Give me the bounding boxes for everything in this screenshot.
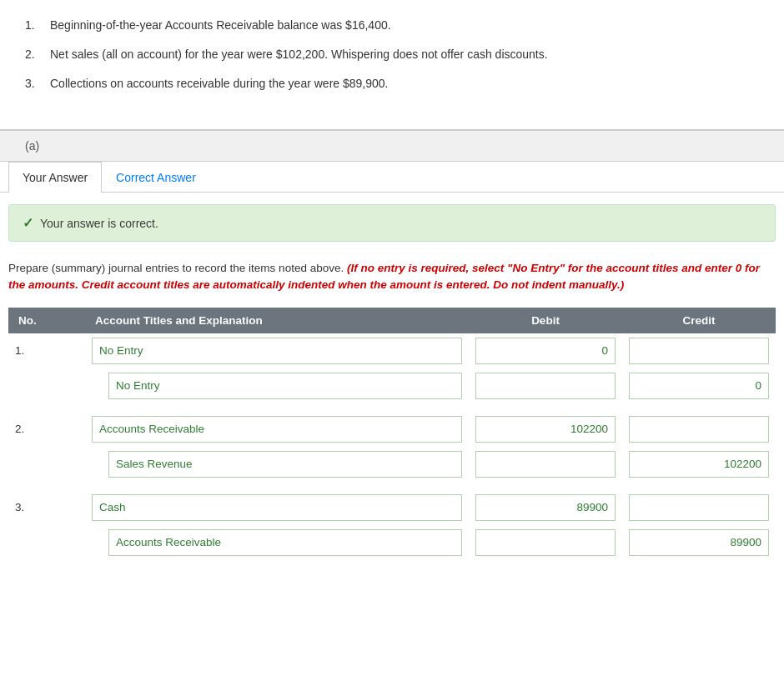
col-header-no: No. [8,308,85,333]
debit-cell-3a [469,490,622,525]
correct-banner: ✓ Your answer is correct. [8,204,776,242]
debit-input-2a[interactable] [475,416,616,443]
instructions-prefix: Prepare (summary) journal entries to rec… [8,262,344,274]
account-cell-3b [85,525,469,560]
spacer-1 [8,403,776,412]
account-input-2a[interactable] [92,416,462,443]
table-header-row: No. Account Titles and Explanation Debit… [8,308,776,333]
tab-correct-answer[interactable]: Correct Answer [102,162,210,193]
account-input-1a[interactable] [92,338,462,364]
tab-your-answer[interactable]: Your Answer [8,162,102,193]
problem-num-3: 3. [25,75,50,93]
row-no-3b [8,525,85,560]
part-label: (a) [25,139,39,153]
problem-item-2: 2. Net sales (all on account) for the ye… [25,46,759,63]
spacer-2 [8,482,776,490]
account-input-2b[interactable] [108,451,462,478]
credit-cell-1a [622,333,776,368]
debit-cell-2a [469,412,622,447]
part-header: (a) [0,130,784,162]
account-cell-2b [85,447,469,482]
debit-input-1b[interactable] [475,373,616,399]
problem-num-1: 1. [25,17,50,34]
credit-cell-3a [622,490,776,525]
checkmark-icon: ✓ [23,215,33,231]
problem-item-3: 3. Collections on accounts receivable du… [25,75,759,93]
row-no-2b [8,447,85,482]
row-no-2: 2. [8,412,85,447]
account-input-3b[interactable] [108,529,462,556]
credit-input-2b[interactable] [629,451,769,478]
banner-text: Your answer is correct. [40,217,158,230]
problem-item-1: 1. Beginning-of-the-year Accounts Receiv… [25,17,759,34]
debit-input-3b[interactable] [475,529,616,556]
col-header-debit: Debit [469,308,622,333]
credit-cell-2b [622,447,776,482]
credit-cell-1b [622,368,776,403]
credit-input-1a[interactable] [629,338,769,364]
debit-cell-1a [469,333,622,368]
problem-num-2: 2. [25,46,50,63]
account-cell-2a [85,412,469,447]
credit-input-2a[interactable] [629,416,769,443]
tabs-container: Your Answer Correct Answer [0,162,784,193]
journal-table: No. Account Titles and Explanation Debit… [8,308,776,560]
credit-cell-2a [622,412,776,447]
credit-cell-3b [622,525,776,560]
credit-input-1b[interactable] [629,373,769,399]
account-cell-1a [85,333,469,368]
row-no-1b [8,368,85,403]
table-row-1b [8,368,776,403]
credit-input-3b[interactable] [629,529,769,556]
account-cell-1b [85,368,469,403]
debit-input-3a[interactable] [475,494,616,521]
table-row-3b [8,525,776,560]
col-header-account: Account Titles and Explanation [85,308,469,333]
debit-input-1a[interactable] [475,338,616,364]
problem-text-3: Collections on accounts receivable durin… [50,75,759,93]
account-input-1b[interactable] [108,373,462,399]
problem-text-2: Net sales (all on account) for the year … [50,46,759,63]
debit-cell-1b [469,368,622,403]
table-row-1a: 1. [8,333,776,368]
table-row-2b [8,447,776,482]
account-input-3a[interactable] [92,494,462,521]
problem-text-1: Beginning-of-the-year Accounts Receivabl… [50,17,759,34]
instructions: Prepare (summary) journal entries to rec… [0,253,784,308]
account-cell-3a [85,490,469,525]
journal-table-wrapper: No. Account Titles and Explanation Debit… [0,308,784,577]
row-no-1: 1. [8,333,85,368]
debit-cell-2b [469,447,622,482]
problem-section: 1. Beginning-of-the-year Accounts Receiv… [0,0,784,129]
col-header-credit: Credit [622,308,776,333]
credit-input-3a[interactable] [629,494,769,521]
row-no-3: 3. [8,490,85,525]
debit-cell-3b [469,525,622,560]
table-row-2a: 2. [8,412,776,447]
debit-input-2b[interactable] [475,451,616,478]
table-row-3a: 3. [8,490,776,525]
